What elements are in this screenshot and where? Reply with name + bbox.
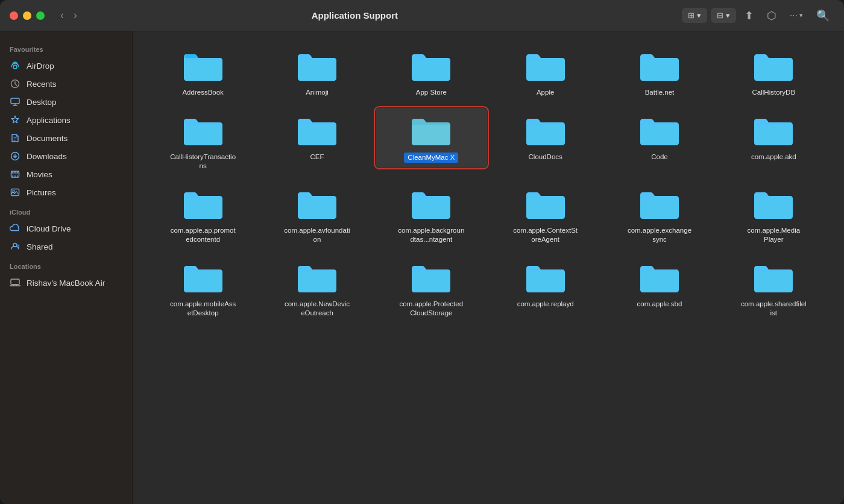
folder-callhistorydb[interactable]: CallHistoryDB [718, 43, 830, 102]
folder-callhistorydb-label: CallHistoryDB [752, 88, 796, 97]
icloud-drive-label: iCloud Drive [27, 224, 71, 233]
folder-comapplecontextstoreagent[interactable]: com.apple.ContextStoreAgent [490, 181, 601, 249]
folder-cleanmymacx-icon [409, 113, 453, 149]
folder-comappleexchangegesync-icon [638, 186, 681, 222]
downloads-label: Downloads [27, 152, 67, 161]
folder-comapplesbd-icon [638, 260, 681, 296]
folder-battlenet[interactable]: Battle.net [603, 43, 715, 102]
folder-cef-icon [295, 113, 339, 149]
folder-comappleappromotedcontentd[interactable]: com.apple.ap.promotedcontentd [147, 181, 259, 249]
view-toggle-button[interactable]: ⊞ ▾ [682, 8, 707, 23]
sidebar-item-macbook[interactable]: Rishav's MacBook Air [0, 274, 132, 292]
macbook-label: Rishav's MacBook Air [27, 279, 105, 288]
folder-cef-label: CEF [310, 153, 324, 162]
folder-comapplemobileassetdesktop[interactable]: com.apple.mobileAssetDesktop [147, 255, 259, 323]
applications-label: Applications [27, 116, 71, 125]
folder-comappleprotectedcloudstorage[interactable]: com.apple.ProtectedCloudStorage [376, 255, 487, 323]
folder-comappleexchangegesync-label: com.apple.exchangesync [626, 226, 693, 244]
folder-comapplemobileassetdesktop-label: com.apple.mobileAssetDesktop [170, 300, 236, 318]
folder-addressbook[interactable]: AddressBook [147, 43, 259, 102]
group-icon: ⊟ [717, 11, 723, 20]
folder-animoji-icon [295, 48, 339, 84]
folder-appstore-label: App Store [416, 88, 447, 97]
titlebar: ‹ › Application Support ⊞ ▾ ⊟ ▾ ⬆ ⬡ ··· … [0, 0, 844, 31]
finder-window: ‹ › Application Support ⊞ ▾ ⊟ ▾ ⬆ ⬡ ··· … [0, 0, 844, 504]
folder-comappleakd[interactable]: com.apple.akd [718, 108, 830, 166]
folder-comappleappromotedcontentd-icon [181, 186, 225, 222]
recents-label: Recents [27, 80, 57, 89]
folder-code-icon [638, 113, 681, 149]
sidebar-item-desktop[interactable]: Desktop [0, 93, 132, 111]
group-button[interactable]: ⊟ ▾ [711, 8, 736, 23]
share-button[interactable]: ⬆ [740, 6, 758, 25]
folder-clouddocs[interactable]: CloudDocs [490, 108, 601, 166]
folder-clouddocs-label: CloudDocs [529, 153, 562, 162]
airdrop-icon [10, 60, 20, 71]
folder-code-label: Code [651, 153, 668, 162]
folder-comapplenewdeviceoutreach-label: com.apple.NewDeviceOutreach [284, 300, 350, 318]
tag-button[interactable]: ⬡ [762, 6, 781, 25]
folder-apple[interactable]: Apple [490, 43, 601, 102]
sidebar-item-movies[interactable]: Movies [0, 165, 132, 183]
folder-comappleavfoundation[interactable]: com.apple.avfoundation [261, 181, 373, 249]
locations-label: Locations [0, 256, 132, 274]
applications-icon [10, 115, 20, 125]
folder-callhistorytransactions-icon [181, 113, 225, 149]
folder-comapplemediaplayer[interactable]: com.apple.Media Player [718, 181, 830, 249]
search-button[interactable]: 🔍 [811, 6, 834, 25]
folder-comapplesharedfilelist-label: com.apple.sharedfilelist [740, 300, 807, 318]
pictures-icon [10, 187, 20, 198]
sidebar-item-documents[interactable]: Documents [0, 129, 132, 147]
folder-comappleakd-label: com.apple.akd [751, 153, 796, 162]
folder-addressbook-label: AddressBook [182, 88, 223, 97]
folder-code[interactable]: Code [603, 108, 715, 166]
sidebar-item-recents[interactable]: Recents [0, 75, 132, 93]
toolbar-actions: ⊞ ▾ ⊟ ▾ ⬆ ⬡ ··· ▾ 🔍 [682, 6, 834, 25]
movies-label: Movies [27, 170, 52, 179]
share-icon: ⬆ [745, 9, 754, 22]
folder-comapplecontextstoreagent-icon [524, 186, 567, 222]
desktop-icon [10, 96, 20, 107]
sidebar-item-downloads[interactable]: Downloads [0, 147, 132, 165]
folder-comapplebackgroundtaskntagent[interactable]: com.apple.backgroundtas...ntagent [376, 181, 487, 249]
view-chevron: ▾ [697, 11, 701, 20]
window-title: Application Support [28, 10, 682, 20]
folder-animoji[interactable]: Animoji [261, 43, 373, 102]
svg-point-0 [13, 65, 17, 69]
folder-comappleprotectedcloudstorage-icon [409, 260, 453, 296]
folder-comappleexchangegesync[interactable]: com.apple.exchangesync [603, 181, 715, 249]
folder-callhistorytransactions-label: CallHistoryTransactions [170, 153, 236, 171]
folder-animoji-label: Animoji [306, 88, 329, 97]
movies-icon [10, 169, 20, 180]
sidebar-item-pictures[interactable]: Pictures [0, 183, 132, 201]
documents-label: Documents [27, 134, 68, 143]
folder-comapplesbd[interactable]: com.apple.sbd [603, 255, 715, 313]
folder-comapplenewdeviceoutreach-icon [295, 260, 339, 296]
search-icon: 🔍 [816, 9, 830, 22]
folder-comappleprotectedcloudstorage-label: com.apple.ProtectedCloudStorage [398, 300, 464, 318]
folder-cef[interactable]: CEF [261, 108, 373, 166]
folder-callhistorytransactions[interactable]: CallHistoryTransactions [147, 108, 259, 175]
folder-comapplebackgroundtaskntagent-label: com.apple.backgroundtas...ntagent [398, 226, 464, 244]
sidebar-item-icloud-drive[interactable]: iCloud Drive [0, 219, 132, 238]
folder-appstore[interactable]: App Store [376, 43, 487, 102]
folder-cleanmymacx[interactable]: CleanMyMac X [376, 108, 487, 168]
icloud-icon [10, 223, 20, 234]
shared-label: Shared [27, 242, 53, 251]
folder-comapplereplayd-label: com.apple.replayd [517, 300, 574, 309]
close-button[interactable] [10, 11, 18, 20]
folder-apple-icon [524, 48, 567, 84]
svg-rect-8 [11, 279, 19, 285]
sidebar-item-applications[interactable]: Applications [0, 111, 132, 129]
folder-comapplereplayd[interactable]: com.apple.replayd [490, 255, 601, 313]
folder-apple-label: Apple [537, 88, 554, 97]
folder-comapplesharedfilelist-icon [752, 260, 795, 296]
grid-icon: ⊞ [688, 11, 694, 20]
sidebar-item-shared[interactable]: Shared [0, 238, 132, 256]
folder-cleanmymacx-label: CleanMyMac X [404, 153, 458, 163]
more-button[interactable]: ··· ▾ [785, 7, 808, 24]
sidebar-item-airdrop[interactable]: AirDrop [0, 57, 132, 75]
folder-comapplenewdeviceoutreach[interactable]: com.apple.NewDeviceOutreach [261, 255, 373, 323]
icloud-label: iCloud [0, 201, 132, 219]
folder-comapplesharedfilelist[interactable]: com.apple.sharedfilelist [718, 255, 830, 323]
